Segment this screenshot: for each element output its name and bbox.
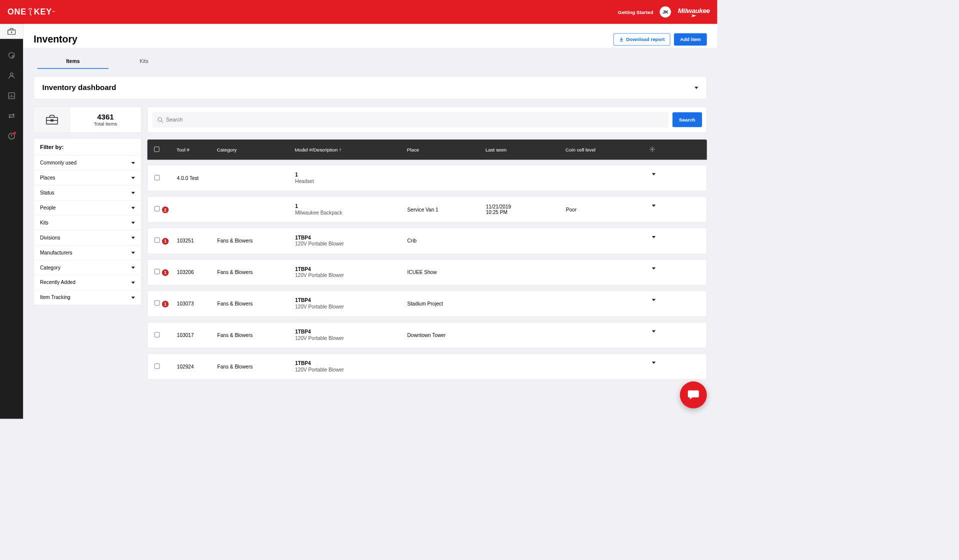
table-row[interactable]: 103017 Fans & Blowers 1TBP4120V Portable… (148, 322, 707, 348)
chevron-down-icon (694, 86, 698, 88)
total-items-card: 4361 Total items (34, 106, 141, 132)
milwaukee-logo: Milwaukee (678, 7, 710, 17)
top-bar: ONE KEY™ Getting Started JK Milwaukee (0, 0, 718, 24)
nav-people-icon[interactable] (8, 72, 16, 80)
svg-point-8 (158, 118, 162, 121)
filter-item-label: Places (40, 175, 55, 180)
col-coin-cell[interactable]: Coin cell level (566, 147, 640, 152)
row-checkbox[interactable] (154, 206, 160, 211)
cell-place: Crib (408, 238, 486, 244)
row-checkbox[interactable] (154, 300, 160, 305)
getting-started-link[interactable]: Getting Started (618, 9, 653, 14)
dashboard-bar[interactable]: Inventory dashboard (34, 76, 706, 100)
filter-item[interactable]: Category (34, 260, 141, 276)
col-place[interactable]: Place (407, 147, 486, 152)
filter-item[interactable]: Places (34, 170, 141, 186)
row-menu-icon[interactable] (652, 236, 656, 244)
filter-item-label: Category (40, 265, 60, 270)
filter-item[interactable]: Recently Added (34, 276, 141, 290)
chevron-down-icon (132, 252, 135, 254)
filter-item[interactable]: Commonly used (34, 156, 141, 170)
svg-point-2 (12, 56, 14, 58)
nav-inventory-icon[interactable] (0, 24, 23, 39)
svg-point-3 (10, 73, 12, 76)
table-row[interactable]: 4.0.0 Test 1Headset (148, 165, 707, 191)
row-menu-icon[interactable] (652, 173, 656, 181)
filter-item[interactable]: Divisions (34, 230, 141, 246)
total-items-label: Total items (70, 121, 141, 126)
dashboard-title: Inventory dashboard (42, 84, 116, 92)
alert-badge: 1 (162, 300, 168, 307)
col-tool[interactable]: Tool # (176, 147, 217, 152)
cell-tool: 103206 (177, 270, 218, 275)
filter-item[interactable]: Kits (34, 216, 141, 230)
cell-tool: 103017 (177, 332, 218, 338)
cell-category: Fans & Blowers (218, 238, 296, 244)
table-row[interactable]: 1 103206 Fans & Blowers 1TBP4120V Portab… (148, 259, 707, 285)
row-checkbox[interactable] (154, 332, 160, 337)
table-row[interactable]: 102924 Fans & Blowers 1TBP4120V Portable… (148, 354, 707, 380)
row-menu-icon[interactable] (652, 298, 656, 306)
tab-items[interactable]: Items (38, 54, 108, 68)
table-row[interactable]: 1 103251 Fans & Blowers 1TBP4120V Portab… (148, 228, 707, 254)
download-icon (619, 37, 624, 42)
filter-item[interactable]: Manufacturers (34, 246, 141, 260)
filter-item-label: Item Tracking (40, 294, 70, 300)
row-menu-icon[interactable] (652, 330, 656, 338)
filter-item-label: Manufacturers (40, 250, 72, 256)
filter-header: Filter by: (34, 138, 141, 156)
nav-places-icon[interactable] (8, 52, 16, 59)
side-nav (0, 24, 23, 419)
row-menu-icon[interactable] (652, 267, 656, 275)
tabs: Items Kits (38, 54, 707, 68)
cell-model: 1TBP4120V Portable Blower (295, 235, 407, 247)
row-menu-icon[interactable] (652, 362, 656, 370)
svg-point-9 (652, 148, 653, 150)
filter-item[interactable]: People (34, 200, 141, 216)
search-input[interactable] (166, 116, 664, 122)
filter-item[interactable]: Status (34, 186, 141, 200)
select-all-checkbox[interactable] (154, 146, 159, 152)
nav-reports-icon[interactable] (8, 92, 16, 100)
gear-icon[interactable] (650, 146, 656, 152)
col-category[interactable]: Category (217, 147, 295, 152)
cell-tool: 103251 (177, 238, 218, 244)
cell-place: Service Van 1 (408, 206, 486, 212)
cell-category: Fans & Blowers (218, 270, 296, 275)
table-row[interactable]: 2 1Milwaukee Backpack Service Van 1 11/2… (148, 196, 707, 222)
row-checkbox[interactable] (154, 175, 160, 180)
cell-place: ICUEE Show (408, 270, 486, 275)
download-report-button[interactable]: Download report (614, 33, 670, 46)
row-menu-icon[interactable] (652, 204, 656, 212)
chevron-down-icon (132, 266, 135, 268)
cell-model: 1TBP4120V Portable Blower (295, 298, 407, 310)
row-checkbox[interactable] (154, 268, 160, 274)
chevron-down-icon (132, 162, 135, 164)
search-button[interactable]: Search (672, 112, 702, 127)
cell-tool: 102924 (177, 364, 218, 369)
filter-item-label: Divisions (40, 235, 60, 240)
add-item-button[interactable]: Add item (674, 33, 707, 46)
cell-model: 1TBP4120V Portable Blower (295, 329, 407, 341)
briefcase-icon (46, 114, 58, 125)
row-checkbox[interactable] (154, 364, 160, 368)
nav-alerts-icon[interactable] (8, 132, 16, 142)
tab-kits[interactable]: Kits (108, 54, 180, 68)
cell-tool: 4.0.0 Test (177, 175, 218, 180)
chat-icon (687, 388, 700, 402)
alert-badge: 1 (162, 238, 168, 244)
search-box[interactable] (152, 112, 668, 128)
filter-item[interactable]: Item Tracking (34, 290, 141, 304)
chat-button[interactable] (680, 382, 707, 408)
cell-model: 1Milwaukee Backpack (295, 204, 407, 216)
filter-panel: Filter by: Commonly usedPlacesStatusPeop… (34, 138, 141, 305)
nav-transfers-icon[interactable] (8, 112, 16, 120)
table-header: Tool # Category Model #/Description↑ Pla… (148, 140, 707, 160)
table-row[interactable]: 1 103073 Fans & Blowers 1TBP4120V Portab… (148, 290, 707, 316)
col-last-seen[interactable]: Last seen (486, 147, 566, 152)
chevron-down-icon (132, 296, 135, 298)
avatar[interactable]: JK (660, 6, 671, 18)
col-model[interactable]: Model #/Description↑ (294, 147, 406, 152)
row-checkbox[interactable] (154, 238, 160, 242)
filter-item-label: Status (40, 190, 54, 196)
